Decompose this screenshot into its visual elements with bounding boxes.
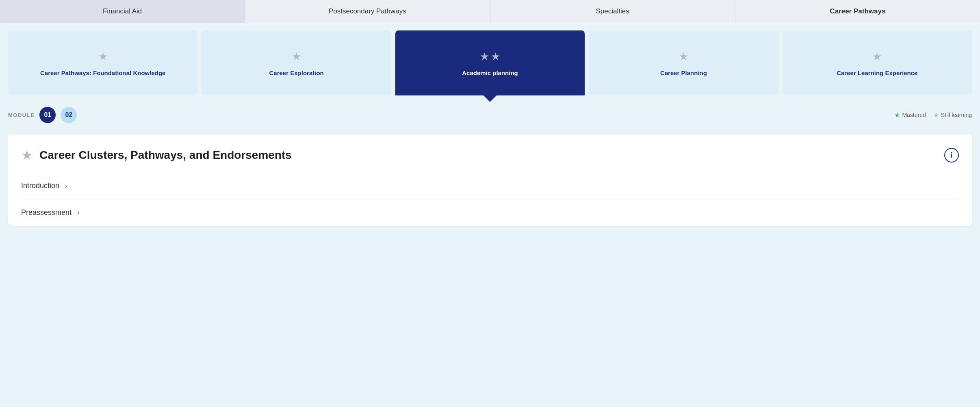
module-row: MODULE 01 02 ★ Mastered ★ Still learning: [8, 107, 972, 123]
star-icon-1: ★: [480, 50, 489, 63]
nav-postsecondary[interactable]: Postsecondary Pathways: [245, 0, 490, 23]
content-header: ★ Career Clusters, Pathways, and Endorse…: [21, 147, 959, 163]
lesson-list: Introduction › Preassessment ›: [21, 173, 959, 226]
card-label-academic: Academic planning: [462, 69, 518, 77]
stars-academic: ★ ★: [480, 50, 500, 63]
still-learning-label: Still learning: [941, 112, 972, 118]
card-label-foundational: Career Pathways: Foundational Knowledge: [40, 69, 165, 77]
legend-still-learning: ★ Still learning: [933, 111, 972, 119]
nav-career-pathways[interactable]: Career Pathways: [735, 0, 980, 23]
card-label-exploration: Career Exploration: [269, 69, 324, 77]
cards-row: ★ Career Pathways: Foundational Knowledg…: [8, 30, 972, 95]
info-button[interactable]: i: [944, 148, 959, 162]
star-icon: ★: [679, 50, 688, 63]
module-badge-01[interactable]: 01: [39, 107, 56, 123]
introduction-label: Introduction: [21, 182, 59, 190]
card-label-planning: Career Planning: [660, 69, 707, 77]
mastered-label: Mastered: [902, 112, 926, 118]
card-academic[interactable]: ★ ★ Academic planning: [395, 30, 585, 95]
star-icon: ★: [872, 50, 882, 63]
nav-specialties[interactable]: Specialties: [490, 0, 735, 23]
star-icon-2: ★: [491, 50, 500, 63]
preassessment-chevron-icon: ›: [77, 209, 79, 216]
lesson-introduction[interactable]: Introduction ›: [21, 173, 959, 199]
module-label: MODULE: [8, 112, 35, 118]
top-navigation: Financial Aid Postsecondary Pathways Spe…: [0, 0, 980, 23]
star-icon: ★: [292, 50, 301, 63]
stars-learning-exp: ★: [872, 50, 882, 63]
stars-exploration: ★: [292, 50, 301, 63]
star-icon: ★: [98, 50, 108, 63]
preassessment-label: Preassessment: [21, 208, 72, 217]
content-card: ★ Career Clusters, Pathways, and Endorse…: [8, 134, 972, 226]
module-badge-02[interactable]: 02: [61, 107, 77, 123]
legend: ★ Mastered ★ Still learning: [894, 111, 972, 119]
lesson-preassessment[interactable]: Preassessment ›: [21, 199, 959, 226]
card-label-learning-exp: Career Learning Experience: [837, 69, 917, 77]
cards-section: ★ Career Pathways: Foundational Knowledg…: [0, 23, 980, 95]
mastered-star-icon: ★: [894, 111, 900, 119]
legend-mastered: ★ Mastered: [894, 111, 926, 119]
nav-financial-aid[interactable]: Financial Aid: [0, 0, 245, 23]
introduction-chevron-icon: ›: [65, 182, 67, 190]
stars-foundational: ★: [98, 50, 108, 63]
still-learning-star-icon: ★: [933, 111, 939, 119]
card-foundational[interactable]: ★ Career Pathways: Foundational Knowledg…: [8, 30, 197, 95]
content-title-row: ★ Career Clusters, Pathways, and Endorse…: [21, 147, 292, 163]
card-exploration[interactable]: ★ Career Exploration: [202, 30, 391, 95]
content-title: Career Clusters, Pathways, and Endorseme…: [39, 149, 292, 162]
content-title-star-icon: ★: [21, 147, 33, 163]
card-learning-exp[interactable]: ★ Career Learning Experience: [783, 30, 972, 95]
card-planning[interactable]: ★ Career Planning: [589, 30, 778, 95]
stars-planning: ★: [679, 50, 688, 63]
